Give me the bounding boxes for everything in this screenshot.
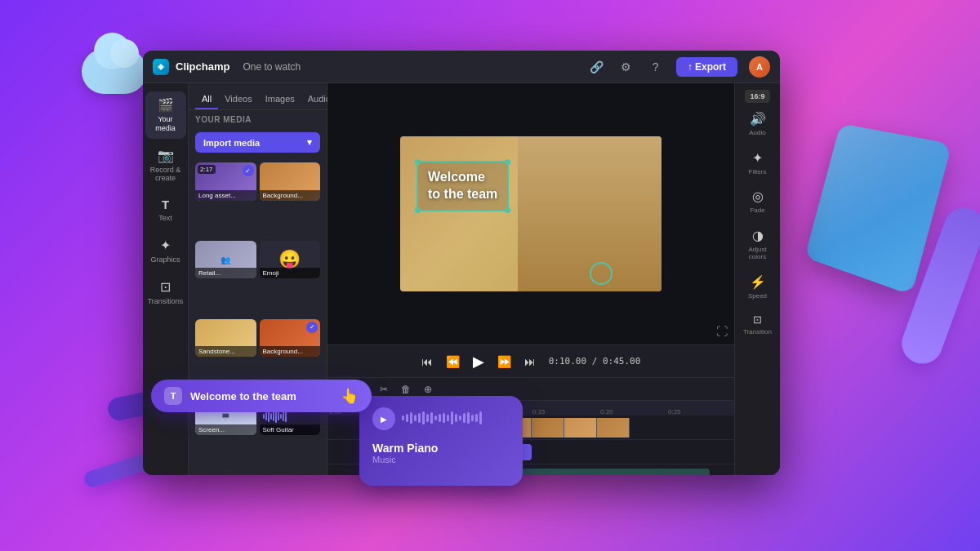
cursor-icon: 👆 — [341, 387, 359, 405]
ruler-15: 0:15 — [531, 408, 599, 415]
ruler-20: 0:20 — [599, 408, 666, 415]
user-avatar[interactable]: A — [749, 56, 770, 78]
label-soft-guitar: Soft Guitar — [260, 424, 321, 435]
sidebar-label-your-media: Your media — [149, 115, 183, 133]
help-icon[interactable]: ? — [647, 58, 665, 76]
sidebar-item-transitions[interactable]: ⊡ Transitions — [145, 273, 186, 312]
sidebar-label-record: Record & create — [149, 166, 183, 184]
playback-time: 0:10.00 / 0:45.00 — [549, 356, 641, 367]
step-forward-button[interactable]: ⏩ — [497, 355, 511, 368]
check-long-asset: ✓ — [243, 165, 254, 176]
sidebar-item-your-media[interactable]: 🎬 Your media — [145, 91, 186, 139]
video-frame-7 — [564, 418, 597, 438]
warm-piano-card: ▶ Warm Piano Music — [359, 396, 523, 486]
titlebar-icons: 🔗 ⚙ ? ↑ Export A — [588, 56, 770, 78]
duration-long-asset: 2:17 — [198, 165, 216, 174]
media-item-background1[interactable]: Background... — [260, 162, 321, 201]
fade-tool-label: Fade — [750, 207, 764, 215]
step-back-button[interactable]: ⏪ — [446, 355, 460, 368]
export-button[interactable]: ↑ Export — [676, 57, 737, 77]
project-name: One to watch — [243, 61, 301, 73]
text-overlay-content: Welcometo the team — [428, 169, 497, 203]
tab-videos[interactable]: Videos — [218, 90, 258, 109]
add-button[interactable]: ⊕ — [421, 382, 435, 397]
ruler-label-25: 0:25 — [668, 408, 681, 415]
media-item-background2[interactable]: Background... ✓ — [260, 319, 321, 358]
media-grid: 2:17 Long asset... ✓ Background... 👥 Ret… — [189, 159, 327, 475]
audio-tool-label: Audio — [749, 129, 765, 137]
label-background1: Background... — [260, 190, 321, 201]
tool-transition[interactable]: ⊡ Transition — [737, 309, 778, 341]
label-retail: Retail... — [195, 268, 256, 278]
sidebar: 🎬 Your media 📷 Record & create T Text ✦ … — [143, 83, 189, 475]
warm-piano-subtitle: Music — [372, 455, 510, 464]
delete-button[interactable]: 🗑 — [398, 382, 414, 397]
warm-piano-waveform — [402, 411, 482, 424]
app-logo: Clipchamp One to watch — [153, 59, 301, 75]
tool-fade[interactable]: ◎ Fade — [737, 184, 778, 220]
adjust-colors-icon: ◑ — [752, 228, 764, 243]
play-button[interactable]: ▶ — [473, 353, 484, 371]
text-pill-icon: T — [164, 387, 182, 405]
label-emoji: Emoji — [260, 268, 321, 278]
text-overlay-box: Welcometo the team — [416, 161, 509, 211]
warm-piano-title: Warm Piano — [372, 442, 510, 455]
media-panel-header: Your media — [189, 110, 327, 129]
sidebar-item-graphics[interactable]: ✦ Graphics — [145, 232, 186, 270]
filters-tool-icon: ✦ — [752, 150, 763, 166]
tool-filters[interactable]: ✦ Filters — [737, 145, 778, 181]
tool-audio[interactable]: 🔊 Audio — [737, 106, 778, 142]
expand-preview-button[interactable]: ⛶ — [716, 325, 728, 338]
video-frame: Welcometo the team — [400, 136, 662, 291]
sidebar-label-text: Text — [158, 214, 172, 223]
check-background2: ✓ — [306, 322, 318, 333]
video-frame-6 — [532, 418, 564, 438]
media-tabs: All Videos Images Audio — [189, 83, 327, 110]
video-preview: Welcometo the team ⛶ — [327, 83, 734, 344]
your-media-icon: 🎬 — [158, 97, 174, 113]
share-icon[interactable]: 🔗 — [588, 58, 606, 76]
warm-piano-play-btn[interactable]: ▶ — [372, 407, 395, 430]
audio-tool-icon: 🔊 — [750, 111, 766, 127]
fade-tool-icon: ◎ — [752, 189, 764, 204]
skip-forward-button[interactable]: ⏭ — [524, 355, 536, 368]
ruler-label-20: 0:20 — [600, 408, 613, 415]
cut-button[interactable]: ✂ — [376, 382, 391, 397]
tool-speed[interactable]: ⚡ Speed — [737, 269, 778, 305]
record-icon: 📷 — [158, 148, 174, 163]
transition-tool-icon: ⊡ — [753, 313, 762, 326]
cloud-decoration — [82, 49, 147, 94]
settings-icon[interactable]: ⚙ — [617, 58, 635, 76]
video-frame-8 — [597, 418, 630, 438]
media-item-sandstone[interactable]: Sandstone... — [195, 319, 256, 358]
label-screen: Screen... — [195, 424, 256, 435]
media-item-retail[interactable]: 👥 Retail... — [195, 241, 256, 279]
import-media-button[interactable]: Import media ▾ — [195, 132, 320, 153]
ruler-label-15: 0:15 — [532, 408, 546, 415]
label-long-asset: Long asset... — [195, 190, 256, 201]
speed-tool-label: Speed — [748, 292, 767, 300]
ruler-25: 0:25 — [666, 408, 734, 415]
media-item-emoji[interactable]: 😛 Emoji — [260, 241, 321, 279]
skip-back-button[interactable]: ⏮ — [421, 355, 433, 368]
sidebar-label-transitions: Transitions — [148, 297, 184, 306]
titlebar: Clipchamp One to watch 🔗 ⚙ ? ↑ Export A — [143, 51, 780, 83]
sidebar-item-record[interactable]: 📷 Record & create — [145, 142, 186, 189]
media-item-long-asset[interactable]: 2:17 Long asset... ✓ — [195, 162, 256, 201]
tab-images[interactable]: Images — [259, 90, 301, 109]
app-name: Clipchamp — [176, 60, 229, 73]
graphics-icon: ✦ — [160, 238, 171, 253]
cortana-circle-icon — [590, 262, 612, 285]
tab-all[interactable]: All — [195, 90, 218, 109]
app-logo-icon — [153, 59, 169, 75]
tool-adjust-colors[interactable]: ◑ Adjust colors — [737, 223, 778, 266]
label-sandstone: Sandstone... — [195, 346, 256, 357]
tools-panel: 16:9 🔊 Audio ✦ Filters ◎ Fade ◑ Adjust c… — [734, 83, 780, 475]
text-timeline-pill[interactable]: T Welcome to the team 👆 — [151, 380, 372, 412]
sidebar-label-graphics: Graphics — [150, 256, 180, 264]
playback-controls: ⏮ ⏪ ▶ ⏩ ⏭ 0:10.00 / 0:45.00 — [327, 344, 734, 377]
filters-tool-label: Filters — [749, 168, 767, 176]
sidebar-item-text[interactable]: T Text — [145, 192, 186, 229]
text-pill-label: Welcome to the team — [190, 390, 331, 402]
transition-tool-label: Transition — [743, 328, 772, 336]
